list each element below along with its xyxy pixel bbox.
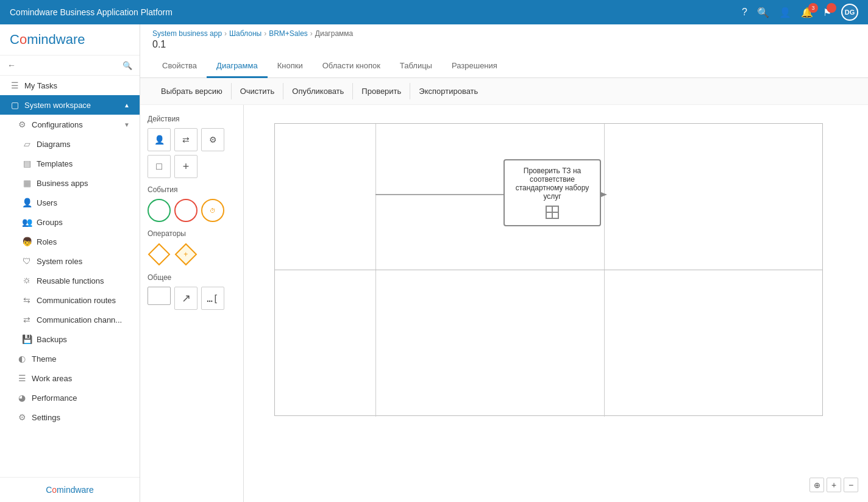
roles-icon: 👦 [22,237,32,246]
breadcrumb-item-1[interactable]: System business app [152,29,222,38]
zoom-in-btn[interactable]: + [827,478,841,492]
general-bracket-btn[interactable]: …[ [201,287,224,310]
left-panel: Действия 👤 ⇄ ⚙ □ + События ⏱ Операторы [140,105,244,502]
sidebar-item-diagrams[interactable]: ▱ Diagrams [0,134,140,154]
action-swap-btn[interactable]: ⇄ [174,128,197,151]
action-plus-btn[interactable]: + [174,155,197,178]
tab-diagram[interactable]: Диаграмма [207,55,268,78]
section-title-operators: Операторы [148,229,236,238]
groups-icon: 👥 [22,217,32,227]
help-icon[interactable]: ? [742,7,747,18]
footer-logo: Comindware [46,485,94,495]
breadcrumb-item-2[interactable]: Шаблоны [229,29,261,38]
main-layout: Comindware ← 🔍 ☰ My Tasks ▢ System works… [0,24,868,502]
sidebar-item-groups[interactable]: 👥 Groups [0,212,140,232]
btn-export[interactable]: Экспортировать [410,83,486,99]
sidebar-item-roles[interactable]: 👦 Roles [0,232,140,251]
tab-permissions[interactable]: Разрешения [442,55,507,78]
sidebar-channels-label: Communication chann... [37,315,122,325]
config-chevron: ▼ [124,121,130,128]
sidebar-workareas-label: Work areas [32,374,72,383]
tab-properties[interactable]: Свойства [152,55,207,78]
canvas-inner: Проверить ТЗ на соответствие стандартном… [244,105,853,471]
breadcrumb-item-3[interactable]: BRM+Sales [269,29,308,38]
event-yellow-btn[interactable]: ⏱ [201,199,224,222]
theme-icon: ◐ [17,354,27,364]
header-icons: ? 🔍 👤 🔔 3 ⚑ DG [742,4,858,21]
flag-badge [827,3,836,13]
avatar[interactable]: DG [841,4,858,21]
operators-row: + [148,243,236,266]
swimlane-outer: Проверить ТЗ на соответствие стандартном… [274,123,823,416]
operator-diamond-btn[interactable] [148,243,171,266]
action-person-btn[interactable]: 👤 [148,128,171,151]
swimlane-col-divider-3 [375,270,376,417]
btn-check[interactable]: Проверить [353,83,410,99]
action-square-btn[interactable]: □ [148,155,171,178]
shield-icon: 🛡 [22,256,32,266]
sidebar-item-templates[interactable]: ▤ Templates [0,154,140,173]
sidebar-item-settings[interactable]: ⚙ Settings [0,407,140,427]
sidebar-item-users[interactable]: 👤 Users [0,193,140,212]
event-red-btn[interactable] [174,199,197,222]
events-row: ⏱ [148,199,236,222]
sidebar-item-system-workspace[interactable]: ▢ System workspace ▲ [0,95,140,115]
general-arrow-btn[interactable]: ↗ [174,287,197,310]
users-icon[interactable]: 👤 [779,7,791,18]
tasks-icon: ☰ [10,81,20,90]
tab-buttons[interactable]: Кнопки [268,55,313,78]
sidebar-item-routes[interactable]: ⇆ Communication routes [0,290,140,310]
sidebar-item-label: My Tasks [24,81,57,90]
operator-diamond-plus-btn[interactable]: + [174,243,197,266]
workspace-chevron: ▲ [124,102,130,109]
sidebar-item-backups[interactable]: 💾 Backups [0,329,140,349]
tab-tables[interactable]: Таблицы [390,55,442,78]
sidebar-search-icon[interactable]: 🔍 [123,61,132,70]
performance-icon: ◕ [17,393,27,403]
zoom-out-btn[interactable]: − [844,478,858,492]
flag-icon[interactable]: ⚑ [823,7,831,18]
swimlane-row-1: Проверить ТЗ на соответствие стандартном… [275,124,822,270]
sidebar-search-row: ← 🔍 [0,56,140,76]
channel-icon: ⇄ [22,315,32,325]
sidebar-item-system-roles[interactable]: 🛡 System roles [0,251,140,271]
zoom-globe-btn[interactable]: ⊕ [809,478,824,492]
top-header: Comindware Business Application Platform… [0,0,868,24]
task-node-1[interactable]: Проверить ТЗ на соответствие стандартном… [503,159,601,226]
content-area: System business app › Шаблоны › BRM+Sale… [140,24,868,502]
sidebar-item-my-tasks[interactable]: ☰ My Tasks [0,76,140,95]
task-node-text: Проверить ТЗ на соответствие стандартном… [511,167,594,201]
breadcrumb-item-4: Диаграмма [315,29,353,38]
action-gear-btn[interactable]: ⚙ [201,128,224,151]
sidebar-item-performance[interactable]: ◕ Performance [0,388,140,407]
btn-publish[interactable]: Опубликовать [283,83,353,99]
sidebar-item-theme[interactable]: ◐ Theme [0,349,140,368]
sidebar-roles-label: Roles [37,237,57,246]
workareas-icon: ☰ [17,373,27,383]
btn-select-version[interactable]: Выбрать версию [152,83,232,99]
sidebar-performance-label: Performance [32,393,77,403]
search-icon[interactable]: 🔍 [757,7,769,18]
tab-button-areas[interactable]: Области кнопок [313,55,390,78]
canvas-area[interactable]: Проверить ТЗ на соответствие стандартном… [244,105,868,502]
sidebar-diagrams-label: Diagrams [37,140,71,149]
sidebar-item-workareas[interactable]: ☰ Work areas [0,368,140,388]
sidebar-item-channels[interactable]: ⇄ Communication chann... [0,310,140,329]
actions-row: 👤 ⇄ ⚙ □ + [148,128,236,178]
sidebar-theme-label: Theme [32,354,56,364]
btn-clear[interactable]: Очистить [232,83,284,99]
sidebar-item-configurations[interactable]: ⚙ Configurations ▼ [0,115,140,134]
general-rect-btn[interactable] [148,287,171,305]
sidebar-business-label: Business apps [37,179,88,188]
event-green-btn[interactable] [148,199,171,222]
sidebar-item-business-apps[interactable]: ▦ Business apps [0,173,140,193]
bell-icon[interactable]: 🔔 3 [801,7,813,18]
svg-marker-1 [601,192,607,197]
sidebar-users-label: Users [37,198,57,207]
sidebar-item-reusable[interactable]: ⛭ Reusable functions [0,271,140,290]
app-title: Comindware Business Application Platform [10,7,173,17]
logo: Comindware [10,32,85,48]
backup-icon: 💾 [22,334,32,344]
sidebar-back-btn[interactable]: ← [7,60,16,70]
sidebar-templates-label: Templates [37,159,73,168]
